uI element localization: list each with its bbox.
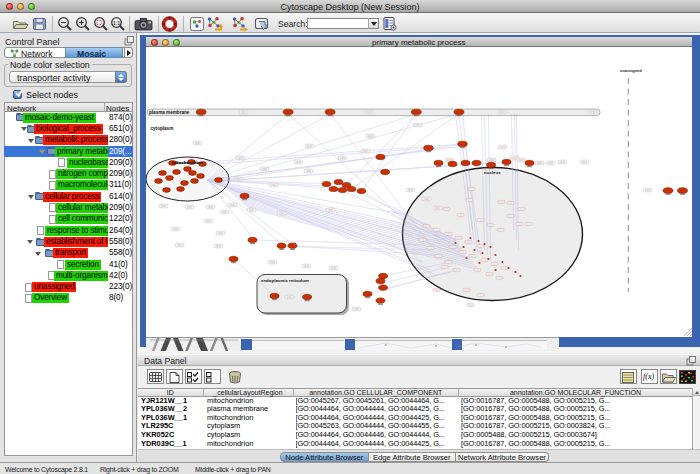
svg-text:cytoplasm: cytoplasm [150,126,173,131]
svg-text:nucleus: nucleus [484,170,501,175]
svg-text:plasma membrane: plasma membrane [149,110,190,115]
svg-text:endoplasmic reticulum: endoplasmic reticulum [261,278,309,283]
svg-text:unassigned: unassigned [620,68,642,73]
svg-text:1:1: 1:1 [113,20,120,26]
svg-text:mitochondrion: mitochondrion [172,160,203,165]
